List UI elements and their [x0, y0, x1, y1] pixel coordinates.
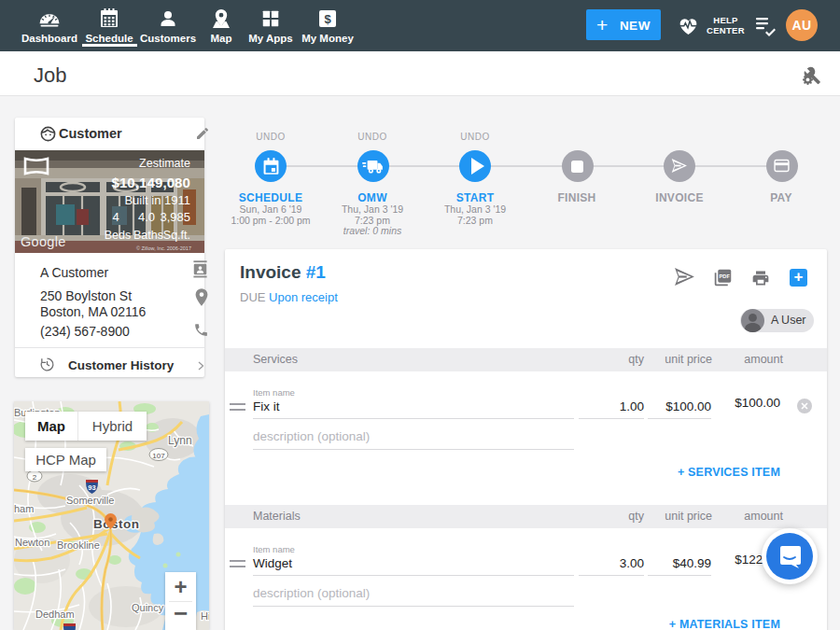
- svg-text:Hi: Hi: [201, 610, 209, 622]
- svg-text:Brookline: Brookline: [57, 539, 100, 551]
- svg-text:2: 2: [33, 473, 37, 482]
- svg-text:93: 93: [88, 483, 95, 492]
- svg-text:Newton: Newton: [15, 537, 49, 548]
- svg-text:PDF: PDF: [720, 273, 731, 279]
- svg-text:Somerville: Somerville: [66, 495, 114, 506]
- svg-text:ham: ham: [14, 503, 34, 514]
- svg-text:$: $: [324, 12, 331, 26]
- svg-text:107: 107: [152, 452, 165, 460]
- svg-text:Dedham: Dedham: [35, 609, 75, 620]
- svg-text:Quincy: Quincy: [132, 602, 164, 613]
- svg-text:Lynn: Lynn: [168, 434, 192, 447]
